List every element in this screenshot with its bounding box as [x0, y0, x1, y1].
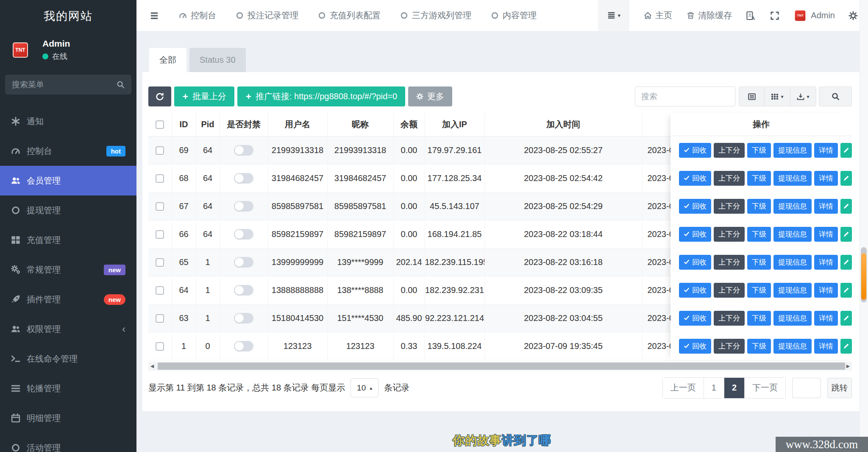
edit-button[interactable]	[840, 339, 852, 354]
prev-page-button[interactable]: 上一页	[663, 378, 704, 398]
action-button-上下分[interactable]: 上下分	[714, 171, 745, 186]
table-search-input[interactable]	[635, 86, 735, 106]
ban-toggle[interactable]	[234, 201, 253, 212]
ban-toggle[interactable]	[234, 173, 253, 184]
edit-button[interactable]	[840, 171, 852, 186]
row-checkbox[interactable]	[156, 342, 164, 351]
edit-button[interactable]	[840, 143, 852, 158]
edit-button[interactable]	[840, 255, 852, 270]
nav-item-三方游戏列管理[interactable]: 三方游戏列管理	[400, 10, 471, 21]
tab-全部[interactable]: 全部	[149, 48, 186, 72]
sidebar-item-明细管理[interactable]: 明细管理	[0, 403, 136, 433]
navbar-user-name[interactable]: Admin	[811, 11, 835, 20]
action-button-提现信息[interactable]: 提现信息	[773, 199, 812, 214]
action-button-详情[interactable]: 详情	[814, 171, 838, 186]
action-button-提现信息[interactable]: 提现信息	[773, 255, 812, 270]
action-button-回收[interactable]: 回收	[679, 283, 711, 298]
tab-Status 30[interactable]: Status 30	[189, 48, 246, 72]
sidebar-item-通知[interactable]: 通知	[0, 106, 136, 136]
sidebar-item-轮播管理[interactable]: 轮播管理	[0, 374, 136, 403]
action-button-提现信息[interactable]: 提现信息	[773, 143, 812, 158]
action-button-回收[interactable]: 回收	[679, 339, 711, 354]
action-button-下级[interactable]: 下级	[747, 339, 771, 354]
action-button-下级[interactable]: 下级	[747, 255, 771, 270]
gear-icon[interactable]	[849, 11, 858, 20]
ban-toggle[interactable]	[234, 229, 253, 240]
edit-button[interactable]	[840, 311, 852, 326]
edit-button[interactable]	[840, 227, 852, 242]
jump-page-input[interactable]	[792, 378, 821, 398]
promo-link-button[interactable]: 推广链接: https://pg8808.top/#/?pid=0	[237, 86, 405, 106]
action-button-上下分[interactable]: 上下分	[714, 283, 745, 298]
ban-toggle[interactable]	[234, 313, 253, 324]
jump-button[interactable]: 跳转	[827, 378, 852, 398]
horizontal-scrollbar[interactable]: ◀ ▶	[148, 362, 852, 371]
select-all-checkbox[interactable]	[156, 120, 164, 129]
nav-item-内容管理[interactable]: 内容管理	[491, 10, 537, 21]
page-size-select[interactable]: 10 ▴	[351, 378, 378, 397]
nav-list-dropdown[interactable]: ▾	[598, 0, 629, 31]
navbar-avatar[interactable]: TNT	[795, 10, 806, 21]
sidebar-item-常规管理[interactable]: 常规管理new	[0, 255, 136, 285]
menu-search-input[interactable]	[12, 80, 117, 89]
sidebar-item-控制台[interactable]: 控制台hot	[0, 136, 136, 166]
edit-button[interactable]	[840, 283, 852, 298]
action-button-详情[interactable]: 详情	[814, 199, 838, 214]
batch-add-button[interactable]: 批量上分	[174, 86, 234, 106]
action-button-回收[interactable]: 回收	[679, 227, 711, 242]
search-submit-button[interactable]	[819, 86, 852, 106]
row-checkbox[interactable]	[156, 286, 164, 295]
edit-button[interactable]	[840, 199, 852, 214]
horizontal-scrollbar-thumb[interactable]	[158, 363, 845, 370]
sidebar-item-活动管理[interactable]: 活动管理	[0, 433, 136, 452]
action-button-提现信息[interactable]: 提现信息	[773, 171, 812, 186]
action-button-回收[interactable]: 回收	[679, 199, 711, 214]
translate-icon[interactable]: 文A	[746, 11, 756, 20]
more-button[interactable]: 更多	[408, 86, 452, 106]
action-button-下级[interactable]: 下级	[747, 227, 771, 242]
action-button-回收[interactable]: 回收	[679, 311, 711, 326]
row-checkbox[interactable]	[156, 258, 164, 267]
action-button-详情[interactable]: 详情	[814, 255, 838, 270]
action-button-提现信息[interactable]: 提现信息	[773, 227, 812, 242]
sidebar-item-权限管理[interactable]: 权限管理‹	[0, 314, 136, 344]
action-button-下级[interactable]: 下级	[747, 311, 771, 326]
nav-item-充值列表配置[interactable]: 充值列表配置	[318, 10, 381, 21]
action-button-详情[interactable]: 详情	[814, 143, 838, 158]
action-button-回收[interactable]: 回收	[679, 255, 711, 270]
row-checkbox[interactable]	[156, 146, 164, 155]
action-button-详情[interactable]: 详情	[814, 227, 838, 242]
action-button-下级[interactable]: 下级	[747, 199, 771, 214]
action-button-上下分[interactable]: 上下分	[714, 227, 745, 242]
scroll-right-arrow-icon[interactable]: ▶	[844, 363, 852, 369]
vertical-scrollbar[interactable]	[860, 0, 868, 452]
action-button-提现信息[interactable]: 提现信息	[773, 283, 812, 298]
export-button[interactable]: ▾	[790, 86, 816, 106]
action-button-下级[interactable]: 下级	[747, 143, 771, 158]
columns-button[interactable]: ▾	[765, 86, 790, 106]
ban-toggle[interactable]	[234, 145, 253, 156]
action-button-上下分[interactable]: 上下分	[714, 199, 745, 214]
action-button-下级[interactable]: 下级	[747, 171, 771, 186]
nav-item-投注记录管理[interactable]: 投注记录管理	[236, 10, 298, 21]
row-checkbox[interactable]	[156, 230, 164, 239]
scroll-left-arrow-icon[interactable]: ◀	[148, 363, 156, 369]
action-button-回收[interactable]: 回收	[679, 171, 711, 186]
refresh-button[interactable]	[148, 86, 171, 106]
detail-view-button[interactable]	[739, 86, 765, 106]
home-link[interactable]: 主页	[644, 10, 672, 21]
page-button-2[interactable]: 2	[724, 378, 744, 398]
sidebar-item-插件管理[interactable]: 插件管理new	[0, 285, 136, 314]
row-checkbox[interactable]	[156, 174, 164, 183]
action-button-提现信息[interactable]: 提现信息	[773, 311, 812, 326]
ban-toggle[interactable]	[234, 341, 253, 352]
sidebar-item-充值管理[interactable]: 充值管理	[0, 225, 136, 255]
ban-toggle[interactable]	[234, 285, 253, 296]
hamburger-icon[interactable]	[149, 11, 159, 20]
action-button-上下分[interactable]: 上下分	[714, 143, 745, 158]
action-button-详情[interactable]: 详情	[814, 283, 838, 298]
fullscreen-icon[interactable]	[770, 11, 779, 20]
action-button-详情[interactable]: 详情	[814, 311, 838, 326]
nav-item-控制台[interactable]: 控制台	[179, 10, 216, 21]
page-button-1[interactable]: 1	[704, 378, 724, 398]
